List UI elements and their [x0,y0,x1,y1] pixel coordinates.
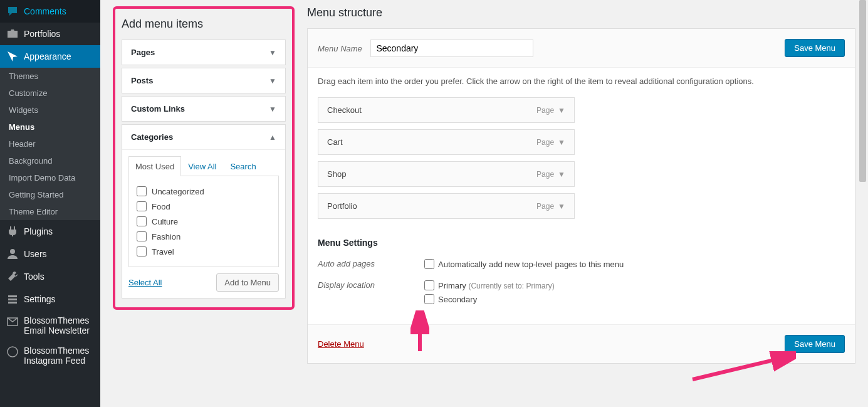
sidebar-label: Plugins [24,226,53,236]
menu-structure-panel: Menu Name Save Menu Drag each item into … [307,28,855,364]
cat-checkbox[interactable] [137,216,147,226]
email-icon [6,315,19,328]
delete-menu-link[interactable]: Delete Menu [318,339,364,349]
sidebar-item-comments[interactable]: Comments [0,0,100,23]
sidebar-label: BlossomThemes Email Newsletter [24,315,94,336]
subitem-header[interactable]: Header [0,135,100,152]
appearance-icon [6,50,19,63]
cat-travel[interactable]: Travel [137,244,271,259]
caret-down-icon: ▼ [558,202,565,211]
auto-add-checkbox[interactable] [424,259,434,269]
menu-item-shop[interactable]: Shop Page▼ [318,161,575,187]
comments-icon [6,5,19,18]
menu-settings-title: Menu Settings [318,238,845,248]
cat-uncategorized[interactable]: Uncategorized [137,184,271,199]
scrollbar[interactable] [858,0,867,407]
cat-checkbox[interactable] [137,201,147,211]
caret-up-icon: ▲ [269,133,276,142]
admin-sidebar: Comments Portfolios Appearance Themes Cu… [0,0,100,407]
save-menu-button-top[interactable]: Save Menu [785,39,845,57]
sidebar-label: Tools [24,272,44,282]
menu-item-label: Checkout [327,105,362,115]
subitem-background[interactable]: Background [0,152,100,169]
sidebar-item-appearance[interactable]: Appearance [0,45,100,68]
bt-icon [6,346,19,358]
scroll-thumb[interactable] [859,0,866,182]
menu-item-label: Portfolio [327,201,357,211]
caret-down-icon: ▼ [269,48,276,57]
subitem-widgets[interactable]: Widgets [0,102,100,119]
tools-icon [6,270,19,283]
caret-down-icon: ▼ [558,170,565,179]
svg-point-5 [8,347,18,357]
display-location-label: Display location [318,280,424,308]
menu-item-cart[interactable]: Cart Page▼ [318,129,575,155]
sidebar-item-email[interactable]: BlossomThemes Email Newsletter [0,310,100,341]
select-all-link[interactable]: Select All [128,278,162,287]
acc-categories-toggle[interactable]: Categories▲ [122,125,285,149]
add-to-menu-button[interactable]: Add to Menu [216,273,279,292]
acc-label: Pages [131,48,155,57]
subitem-getting-started[interactable]: Getting Started [0,186,100,203]
tab-view-all[interactable]: View All [181,156,223,176]
subitem-customize[interactable]: Customize [0,85,100,102]
subitem-theme-editor[interactable]: Theme Editor [0,203,100,220]
svg-rect-1 [8,295,17,297]
sidebar-item-instagram[interactable]: BlossomThemes Instagram Feed [0,341,100,371]
menu-structure-title: Menu structure [307,6,855,19]
sidebar-label: Users [24,249,47,259]
plugins-icon [6,225,19,238]
sidebar-item-portfolios[interactable]: Portfolios [0,23,100,45]
secondary-checkbox[interactable] [424,294,434,304]
acc-categories: Categories▲ Most Used View All Search Un… [122,124,286,299]
menu-item-portfolio[interactable]: Portfolio Page▼ [318,193,575,219]
cat-checkbox[interactable] [137,231,147,241]
sidebar-item-users[interactable]: Users [0,243,100,265]
menu-item-label: Cart [327,137,343,147]
acc-pages[interactable]: Pages▼ [122,40,286,65]
acc-custom-links[interactable]: Custom Links▼ [122,96,286,122]
acc-label: Custom Links [131,104,185,114]
sidebar-item-settings[interactable]: Settings [0,288,100,310]
caret-down-icon: ▼ [269,105,276,114]
subitem-themes[interactable]: Themes [0,68,100,85]
caret-down-icon: ▼ [558,138,565,147]
acc-label: Categories [131,132,173,142]
acc-posts[interactable]: Posts▼ [122,68,286,93]
auto-add-label: Auto add pages [318,259,424,273]
sidebar-label: Appearance [24,51,71,61]
menu-name-input[interactable] [370,40,533,57]
cat-checkbox[interactable] [137,186,147,196]
primary-checkbox[interactable] [424,280,434,290]
svg-rect-2 [8,299,17,300]
svg-rect-3 [8,302,17,304]
save-menu-button-bottom[interactable]: Save Menu [785,335,845,353]
subitem-menus[interactable]: Menus [0,119,100,135]
menu-name-label: Menu Name [318,44,362,53]
acc-label: Posts [131,76,153,85]
tab-search[interactable]: Search [223,156,263,176]
cat-food[interactable]: Food [137,199,271,214]
caret-down-icon: ▼ [558,106,565,115]
svg-point-0 [10,249,15,254]
users-icon [6,248,19,260]
sidebar-label: Comments [24,6,66,16]
settings-icon [6,293,19,305]
display-primary[interactable]: Primary (Currently set to: Primary) [424,280,555,290]
tab-most-used[interactable]: Most Used [128,156,181,176]
subitem-import-demo[interactable]: Import Demo Data [0,169,100,186]
cat-fashion[interactable]: Fashion [137,229,271,244]
cat-checkbox[interactable] [137,246,147,256]
cat-culture[interactable]: Culture [137,214,271,229]
add-menu-highlight: Add menu items Pages▼ Posts▼ Custom Link… [113,6,295,310]
main-content: Add menu items Pages▼ Posts▼ Custom Link… [100,0,868,407]
add-menu-title: Add menu items [122,18,286,31]
sidebar-item-tools[interactable]: Tools [0,265,100,288]
auto-add-option[interactable]: Automatically add new top-level pages to… [424,259,624,269]
display-secondary[interactable]: Secondary [424,294,555,304]
sidebar-item-plugins[interactable]: Plugins [0,220,100,243]
drag-hint: Drag each item into the order you prefer… [318,77,845,86]
sidebar-label: Portfolios [24,29,60,39]
menu-item-checkout[interactable]: Checkout Page▼ [318,97,575,123]
menu-item-label: Shop [327,169,346,179]
